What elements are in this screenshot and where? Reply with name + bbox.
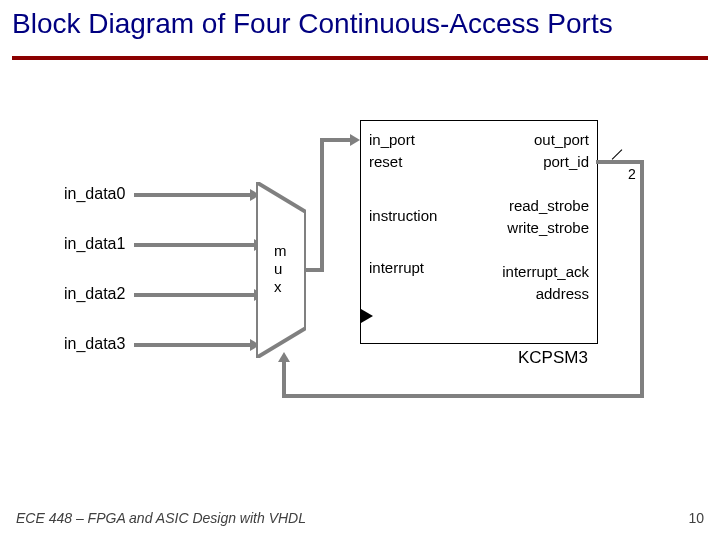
port-interrupt: interrupt [369,259,424,276]
block-name: KCPSM3 [518,348,588,368]
block-diagram: in_data0 in_data1 in_data2 in_data3 m u … [64,120,656,440]
slide: Block Diagram of Four Continuous-Access … [0,0,720,540]
port-out-port: out_port [534,131,589,148]
wire-mux-out-h2 [320,138,352,142]
port-read-strobe: read_strobe [509,197,589,214]
arrow-in-port [350,134,360,146]
mux-letter-u: u [274,260,282,277]
port-write-strobe: write_strobe [507,219,589,236]
label-in-data0: in_data0 [64,185,125,203]
kcpsm3-block: in_port reset instruction interrupt out_… [360,120,598,344]
port-interrupt-ack: interrupt_ack [502,263,589,280]
mux-letter-x: x [274,278,282,295]
page-number: 10 [688,510,704,526]
wire-in1 [134,243,256,247]
port-instruction: instruction [369,207,437,224]
label-in-data3: in_data3 [64,335,125,353]
clock-icon [361,309,373,323]
wire-in0 [134,193,252,197]
wire-in2 [134,293,256,297]
wire-mux-out-v [320,138,324,272]
port-address: address [536,285,589,302]
wire-port-id-up [282,360,286,398]
wire-port-id-b [282,394,644,398]
port-port-id: port_id [543,153,589,170]
footer-text: ECE 448 – FPGA and ASIC Design with VHDL [16,510,306,526]
port-reset: reset [369,153,402,170]
bus-width-port-id: 2 [628,166,636,182]
page-title: Block Diagram of Four Continuous-Access … [12,8,613,40]
wire-in3 [134,343,252,347]
wire-port-id-v [640,160,644,398]
title-rule [12,56,708,60]
label-in-data1: in_data1 [64,235,125,253]
arrow-mux-select [278,352,290,362]
port-in-port: in_port [369,131,415,148]
mux-letter-m: m [274,242,287,259]
mux: m u x [256,182,306,362]
bus-slash-icon [610,154,624,168]
label-in-data2: in_data2 [64,285,125,303]
